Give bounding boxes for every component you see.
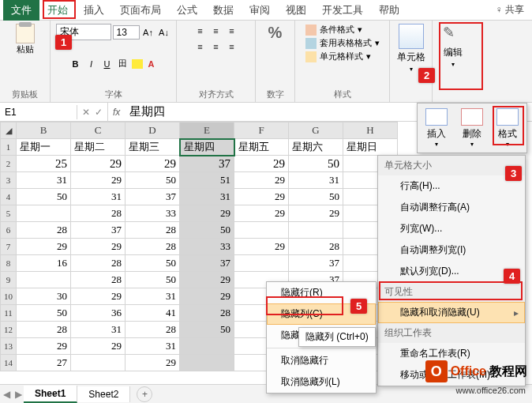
cell[interactable]: 33	[180, 239, 234, 255]
cell[interactable]: 星期日	[343, 139, 398, 156]
font-size-select[interactable]: 13	[113, 25, 140, 40]
tab-formula[interactable]: 公式	[169, 0, 205, 21]
cell[interactable]	[234, 222, 289, 239]
col-width-item[interactable]: 列宽(W)...	[378, 218, 525, 239]
row-header[interactable]: 13	[1, 338, 17, 355]
cell[interactable]: 28	[71, 205, 126, 222]
conditional-format-button[interactable]: 条件格式 ▾	[305, 24, 380, 36]
cell[interactable]: 29	[234, 239, 289, 255]
add-sheet-button[interactable]: +	[137, 386, 152, 402]
cell[interactable]: 37	[180, 156, 234, 172]
sheet-tab-1[interactable]: Sheet1	[24, 386, 77, 403]
tab-help[interactable]: 帮助	[371, 0, 407, 21]
col-header[interactable]: D	[126, 122, 180, 139]
cell[interactable]: 29	[126, 355, 180, 371]
row-header[interactable]: 14	[1, 355, 17, 371]
name-box[interactable]: E1	[0, 105, 77, 119]
tab-dev[interactable]: 开发工具	[314, 0, 371, 21]
cell[interactable]	[234, 255, 289, 272]
cell[interactable]: 28	[126, 222, 180, 239]
cell[interactable]: 29	[180, 205, 234, 222]
col-header[interactable]: B	[17, 122, 71, 139]
cell[interactable]: 36	[71, 305, 126, 322]
row-header[interactable]: 6	[1, 222, 17, 239]
cell[interactable]: 50	[17, 305, 71, 322]
cell[interactable]: 31	[126, 338, 180, 355]
cell[interactable]: 50	[180, 322, 234, 338]
row-header[interactable]: 7	[1, 239, 17, 255]
unhide-row-item[interactable]: 取消隐藏行	[267, 350, 376, 371]
cell[interactable]: 31	[180, 189, 234, 205]
cell-style-button[interactable]: 单元格样式 ▾	[305, 51, 380, 62]
cell[interactable]: 星期五	[234, 139, 289, 156]
cell[interactable]: 星期三	[126, 139, 180, 156]
cell[interactable]	[180, 338, 234, 355]
edit-button[interactable]: ✎ 编辑 ▾	[443, 24, 463, 68]
cell[interactable]: 50	[126, 172, 180, 189]
row-header[interactable]: 2	[1, 156, 17, 172]
cell[interactable]	[71, 355, 126, 371]
cell[interactable]: 50	[17, 189, 71, 205]
cell[interactable]: 29	[71, 156, 126, 172]
sheet-nav-buttons[interactable]: ◀▶	[3, 389, 22, 400]
border-button[interactable]: 田	[116, 57, 130, 71]
cell[interactable]: 41	[126, 305, 180, 322]
cell[interactable]	[180, 355, 234, 371]
font-color-button[interactable]: A	[144, 57, 159, 71]
cell[interactable]: 31	[71, 322, 126, 338]
row-header[interactable]: 12	[1, 322, 17, 338]
fx-icon[interactable]: fx	[108, 107, 125, 118]
tab-file[interactable]: 文件	[3, 0, 39, 21]
cell[interactable]: 28	[17, 322, 71, 338]
cell[interactable]: 29	[126, 156, 180, 172]
cell[interactable]: 31	[289, 172, 343, 189]
cell[interactable]: 29	[180, 288, 234, 305]
cell[interactable]: 28	[17, 222, 71, 239]
col-header[interactable]: H	[343, 122, 398, 139]
bold-button[interactable]: B	[69, 57, 83, 71]
cell[interactable]: 51	[180, 172, 234, 189]
cell[interactable]: 29	[17, 338, 71, 355]
cell[interactable]: 星期六	[289, 139, 343, 156]
formula-input[interactable]: 星期四	[125, 104, 170, 119]
cell[interactable]: 28	[126, 239, 180, 255]
row-header[interactable]: 10	[1, 288, 17, 305]
row-height-item[interactable]: 行高(H)...	[378, 175, 525, 197]
cell[interactable]: 星期二	[71, 139, 126, 156]
cell[interactable]: 37	[289, 255, 343, 272]
row-header[interactable]: 4	[1, 189, 17, 205]
cell[interactable]: 50	[126, 255, 180, 272]
alignment-buttons[interactable]: ≡≡≡ ≡≡≡	[193, 24, 239, 54]
cell[interactable]: 27	[17, 355, 71, 371]
confirm-icon[interactable]: ✓	[95, 107, 103, 118]
cell[interactable]: 星期一	[17, 139, 71, 156]
col-header-selected[interactable]: E	[180, 122, 234, 139]
cell[interactable]: 28	[180, 305, 234, 322]
increase-font-icon[interactable]: A↑	[141, 25, 155, 40]
delete-cells-button[interactable]: 删除▾	[458, 108, 485, 148]
col-header[interactable]: F	[234, 122, 289, 139]
row-header[interactable]: 9	[1, 272, 17, 288]
cell[interactable]	[289, 222, 343, 239]
paste-button[interactable]: 粘贴	[11, 24, 39, 55]
cell[interactable]: 29	[71, 338, 126, 355]
cell[interactable]: 31	[71, 189, 126, 205]
cell[interactable]: 28	[71, 255, 126, 272]
cell[interactable]: 29	[180, 272, 234, 288]
hide-unhide-item[interactable]: 隐藏和取消隐藏(U)▸	[378, 302, 525, 323]
cell[interactable]: 37	[180, 255, 234, 272]
cell[interactable]: 25	[17, 156, 71, 172]
cancel-icon[interactable]: ✕	[82, 107, 90, 118]
cell[interactable]: 31	[126, 288, 180, 305]
table-format-button[interactable]: 套用表格格式 ▾	[305, 37, 380, 49]
decrease-font-icon[interactable]: A↓	[157, 25, 171, 40]
tab-layout[interactable]: 页面布局	[112, 0, 169, 21]
cell[interactable]: 29	[71, 288, 126, 305]
underline-button[interactable]: U	[100, 57, 114, 71]
tab-data[interactable]: 数据	[205, 0, 242, 21]
auto-row-height-item[interactable]: 自动调整行高(A)	[378, 197, 525, 218]
cell[interactable]: 29	[234, 156, 289, 172]
cell[interactable]: 50	[289, 189, 343, 205]
cell[interactable]: 37	[126, 189, 180, 205]
cell-active[interactable]: 星期四	[180, 139, 234, 156]
